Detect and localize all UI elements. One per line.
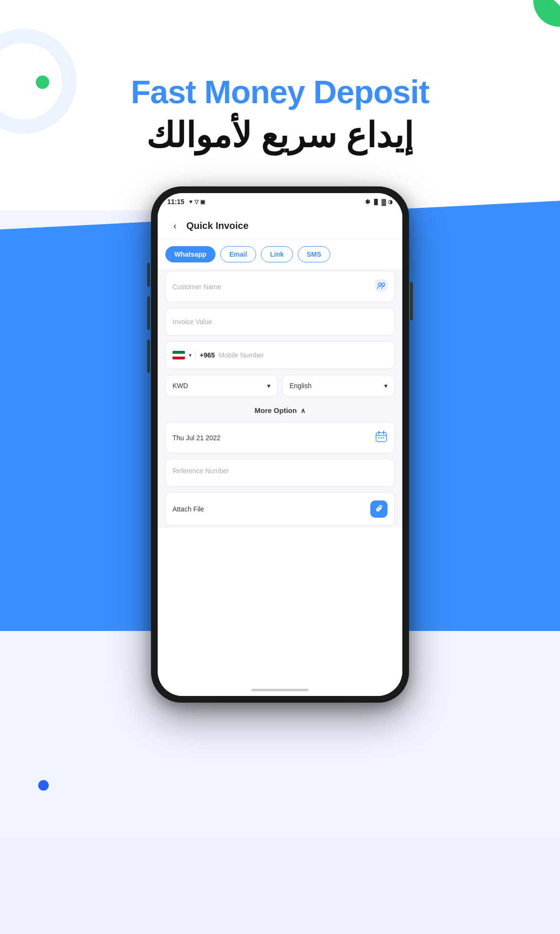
attach-file-field[interactable]: Attach File: [165, 492, 395, 526]
bluetooth-icon: ✱: [365, 198, 370, 206]
language-chevron-icon: ▾: [384, 382, 388, 390]
reference-placeholder: Reference Number: [172, 467, 229, 475]
title-arabic: إيداع سريع لأموالك: [0, 115, 560, 156]
photo-icon: ▣: [200, 199, 205, 205]
svg-point-8: [381, 437, 382, 439]
customer-name-placeholder: Customer Name: [172, 283, 221, 291]
more-option-toggle[interactable]: More Option ∧: [165, 402, 395, 416]
back-button[interactable]: ‹: [167, 218, 183, 233]
tab-sms[interactable]: SMS: [298, 246, 330, 262]
date-field[interactable]: Thu Jul 21 2022: [165, 422, 395, 453]
country-code: +965: [200, 351, 215, 359]
phone-mockup: 11:15 ♥ ▽ ▣ ✱ ▐▌ ▓ ◑ ‹ Quick Invoice: [151, 186, 409, 712]
phone-number-field[interactable]: ▾ +965 Mobile Number: [165, 341, 395, 369]
currency-language-row: KWD ▾ English ▾: [165, 375, 395, 397]
tab-link[interactable]: Link: [261, 246, 293, 262]
reference-number-field[interactable]: Reference Number: [165, 459, 395, 487]
network-icon: ◑: [388, 199, 393, 205]
home-indicator: [251, 689, 309, 691]
title-english: Fast Money Deposit: [0, 74, 560, 110]
invoice-value-placeholder: Invoice Value: [172, 318, 212, 326]
svg-point-7: [378, 437, 380, 439]
wifi-icon: ▽: [194, 199, 198, 205]
svg-point-9: [383, 437, 385, 439]
mobile-placeholder: Mobile Number: [219, 351, 264, 359]
currency-select[interactable]: KWD ▾: [165, 375, 278, 397]
contacts-icon: [375, 279, 388, 294]
more-option-label: More Option: [255, 406, 297, 414]
attach-icon: [370, 500, 388, 518]
page-title: Quick Invoice: [186, 220, 248, 231]
blue-dot-decoration: [38, 780, 49, 791]
signal-bars-icon: ▐▌: [372, 199, 380, 205]
customer-name-field[interactable]: Customer Name: [165, 271, 395, 302]
tab-whatsapp[interactable]: Whatsapp: [165, 246, 215, 262]
language-value: English: [290, 382, 312, 390]
currency-chevron-icon: ▾: [267, 382, 270, 390]
tab-row: Whatsapp Email Link SMS: [158, 239, 402, 269]
chevron-up-icon: ∧: [301, 407, 305, 414]
invoice-value-field[interactable]: Invoice Value: [165, 308, 395, 336]
battery-icon: ▓: [382, 198, 386, 206]
app-header: ‹ Quick Invoice: [158, 210, 402, 239]
signal-icon: ♥: [189, 198, 193, 205]
calendar-icon: [375, 430, 388, 445]
date-value: Thu Jul 21 2022: [172, 434, 220, 442]
status-bar: 11:15 ♥ ▽ ▣ ✱ ▐▌ ▓ ◑: [158, 193, 402, 210]
status-time: 11:15: [167, 198, 184, 206]
volume-mute-button: [147, 263, 150, 287]
tab-email[interactable]: Email: [220, 246, 256, 262]
volume-down-button: [147, 339, 150, 373]
title-area: Fast Money Deposit إيداع سريع لأموالك: [0, 74, 560, 156]
language-select[interactable]: English ▾: [282, 375, 395, 397]
attach-file-label: Attach File: [172, 505, 204, 513]
country-dropdown-icon[interactable]: ▾: [189, 352, 192, 358]
volume-up-button: [147, 296, 150, 330]
form-area: Customer Name: [158, 269, 402, 528]
power-button: [410, 282, 413, 320]
divider: [195, 350, 196, 360]
currency-value: KWD: [172, 382, 188, 390]
kuwait-flag: [172, 351, 185, 359]
